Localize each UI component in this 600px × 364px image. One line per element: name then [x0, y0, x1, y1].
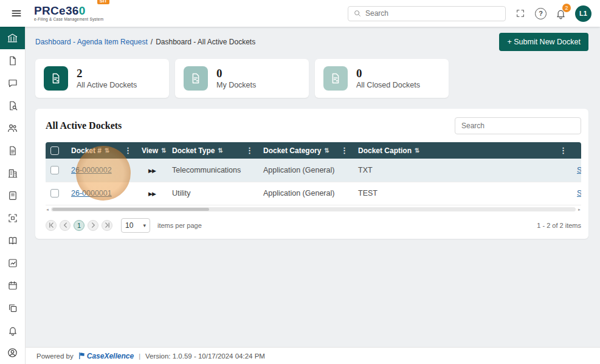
file-search-icon — [7, 100, 18, 111]
fullscreen-icon[interactable] — [516, 9, 525, 18]
table-row[interactable]: 26-0000001 ▶▶ Utility Application (Gener… — [46, 182, 581, 205]
page-size-dropdown[interactable]: 10 ▾ — [121, 218, 150, 233]
scroll-left-icon[interactable]: ◄ — [46, 208, 49, 211]
sidebar-item-building[interactable] — [0, 162, 25, 184]
last-page-button[interactable] — [102, 220, 112, 231]
bank-icon — [7, 32, 18, 44]
card-value: 2 — [77, 67, 137, 79]
file-lines-icon — [7, 145, 18, 156]
app-screen: PRCe360 e-Filing & Case Management Syste… — [0, 0, 600, 364]
sidebar-item-file-lines[interactable] — [0, 139, 25, 162]
row-action-link[interactable]: S — [577, 189, 581, 197]
card-value: 0 — [216, 67, 256, 79]
first-page-button[interactable] — [46, 220, 57, 231]
row-checkbox[interactable] — [50, 189, 59, 197]
pagination-bar: 1 10 ▾ items per page 1 - 2 of 2 items — [46, 218, 581, 233]
sort-icon[interactable]: ⇅ — [161, 147, 166, 154]
scrollbar-thumb[interactable] — [52, 208, 209, 211]
app-logo: PRCe360 e-Filing & Case Management Syste… — [34, 5, 103, 22]
version-label: Version: 1.0.59 - 10/17/2024 04:24 PM — [145, 352, 265, 360]
sort-icon[interactable]: ⇅ — [105, 147, 109, 154]
column-menu-icon[interactable]: ⋮ — [340, 146, 348, 155]
scroll-right-icon[interactable]: ► — [578, 208, 581, 211]
column-menu-icon[interactable]: ⋮ — [124, 146, 132, 155]
grid-search-input[interactable] — [455, 117, 581, 134]
view-docket-icon[interactable]: ▶▶ — [148, 191, 156, 197]
sidebar-item-users[interactable] — [0, 117, 25, 139]
sidebar-item-book[interactable] — [0, 229, 25, 252]
breadcrumb-link[interactable]: Dashboard - Agenda Item Request — [35, 38, 148, 46]
card-label: All Closed Dockets — [356, 81, 420, 89]
global-search-input[interactable] — [365, 9, 500, 18]
sidebar-item-calendar[interactable] — [0, 274, 25, 297]
stat-cards: 2 All Active Dockets 0 My Dockets — [35, 59, 588, 98]
casexellence-text: CaseXellence — [87, 352, 134, 360]
page-size-value: 10 — [125, 221, 133, 230]
sidebar-item-chart[interactable] — [0, 252, 25, 274]
building-icon — [7, 168, 18, 179]
card-my-dockets[interactable]: 0 My Dockets — [175, 59, 309, 98]
sort-icon[interactable]: ⇅ — [218, 147, 222, 154]
breadcrumb-row: Dashboard - Agenda Item Request/Dashboar… — [35, 33, 588, 51]
hamburger-menu-icon[interactable] — [9, 5, 24, 21]
notifications-bell-icon[interactable]: 2 — [555, 8, 567, 19]
environment-badge: SIT — [97, 0, 109, 4]
sidebar-item-scan[interactable] — [0, 207, 25, 229]
view-docket-icon[interactable]: ▶▶ — [148, 168, 156, 174]
current-page-button[interactable]: 1 — [74, 220, 84, 231]
chart-box-icon — [7, 258, 18, 269]
scrollbar-track[interactable] — [51, 207, 576, 211]
column-header-type: Docket Type — [172, 146, 215, 155]
docket-caption-cell: TEST — [353, 182, 572, 205]
sidebar-item-bank[interactable] — [0, 27, 25, 49]
active-dockets-panel: All Active Dockets Docket #⇅⋮ — [35, 109, 588, 239]
docket-category-cell: Application (General) — [258, 182, 353, 205]
sidebar-item-bell[interactable] — [0, 319, 25, 342]
table-row[interactable]: 26-0000002 ▶▶ Telecommunications Applica… — [46, 159, 581, 182]
column-header-view: View — [142, 146, 158, 155]
column-menu-icon[interactable]: ⋮ — [559, 146, 567, 155]
card-all-closed-dockets[interactable]: 0 All Closed Dockets — [315, 59, 449, 98]
docket-number-link[interactable]: 26-0000002 — [71, 166, 112, 174]
docket-file-icon — [184, 66, 208, 91]
user-circle-icon — [7, 347, 18, 359]
docket-file-icon — [323, 66, 348, 91]
help-icon[interactable]: ? — [535, 8, 547, 19]
card-text: 2 All Active Dockets — [77, 67, 137, 89]
select-all-checkbox[interactable] — [50, 146, 59, 155]
sidebar-item-user[interactable] — [0, 342, 25, 364]
column-header-category: Docket Category — [263, 146, 321, 155]
sidebar-item-journal[interactable] — [0, 184, 25, 207]
next-page-button[interactable] — [88, 220, 98, 231]
casexellence-logo[interactable]: CaseXellence — [78, 352, 134, 360]
sidebar-item-copy[interactable] — [0, 297, 25, 319]
sidebar-nav — [0, 27, 26, 364]
column-menu-icon[interactable]: ⋮ — [246, 146, 253, 155]
docket-category-cell: Application (General) — [258, 159, 353, 182]
body-row: Dashboard - Agenda Item Request/Dashboar… — [0, 27, 600, 364]
sort-icon[interactable]: ⇅ — [415, 147, 419, 154]
footer: Powered by CaseXellence | Version: 1.0.5… — [26, 347, 600, 364]
book-icon — [7, 235, 18, 246]
docket-type-cell: Telecommunications — [167, 159, 258, 182]
sort-icon[interactable]: ⇅ — [324, 147, 329, 154]
docket-number-link[interactable]: 26-0000001 — [71, 189, 112, 197]
prev-page-button[interactable] — [60, 220, 71, 231]
row-action-link[interactable]: S — [577, 166, 581, 174]
card-text: 0 My Dockets — [216, 67, 256, 89]
journal-icon — [7, 190, 18, 201]
panel-title: All Active Dockets — [46, 120, 122, 131]
docket-type-cell: Utility — [167, 182, 258, 205]
card-all-active-dockets[interactable]: 2 All Active Dockets — [35, 59, 169, 98]
flag-icon — [78, 352, 85, 360]
brand-main: PRCe36 — [34, 4, 79, 17]
submit-new-docket-button[interactable]: + Submit New Docket — [499, 33, 588, 51]
sidebar-item-file[interactable] — [0, 49, 25, 72]
sidebar-item-file-search[interactable] — [0, 94, 25, 117]
row-checkbox[interactable] — [50, 166, 59, 174]
items-range-label: 1 - 2 of 2 items — [537, 222, 581, 229]
sidebar-item-chat[interactable] — [0, 72, 25, 94]
user-avatar[interactable]: L1 — [575, 5, 591, 22]
dockets-table-wrap: Docket #⇅⋮ View⇅ Docket Type⇅⋮ Docket Ca… — [46, 142, 581, 233]
file-icon — [7, 55, 18, 66]
